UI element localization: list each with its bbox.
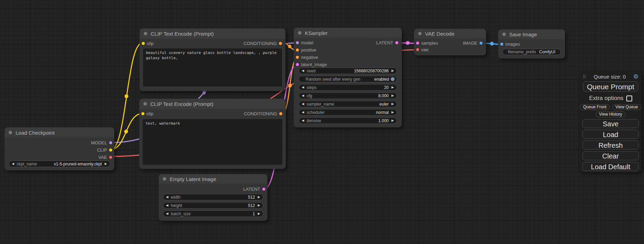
node-title-bar[interactable]: Empty Latent Image [159,174,267,184]
increment-arrow-icon[interactable]: ▶ [104,162,108,165]
input-dot-negative[interactable] [296,56,299,59]
increment-arrow-icon[interactable]: ▶ [257,204,261,207]
view-history-button[interactable]: View History [596,111,625,117]
decrement-arrow-icon[interactable]: ◀ [301,102,305,106]
node-ksampler[interactable]: KSampler model LATENT positive negative … [294,28,402,127]
widget-sampler-name[interactable]: ◀ sampler_name euler ▶ [299,101,397,107]
collapse-dot-icon[interactable] [298,31,301,35]
input-dot-images[interactable] [500,43,503,46]
increment-arrow-icon[interactable]: ▶ [390,102,395,106]
widget-label: ckpt_name [17,162,37,166]
output-dot-conditioning[interactable] [279,42,282,45]
slot-label: CONDITIONING [244,41,277,46]
slot-input-negative: negative [294,54,402,61]
input-dot-clip[interactable] [142,42,145,45]
link-midpoint-dot [125,94,129,98]
save-button[interactable]: Save [582,119,639,128]
widget-seed[interactable]: ◀ seed 156680208700286 ▶ [299,67,397,74]
node-title-bar[interactable]: Save Image [498,29,565,39]
widget-value: ComfyUI [539,49,555,54]
queue-front-button[interactable]: Queue Front [580,104,610,110]
increment-arrow-icon[interactable]: ▶ [390,111,395,114]
queue-prompt-button[interactable]: Queue Prompt [583,81,638,92]
input-dot-latent-image[interactable] [296,63,299,66]
node-title-bar[interactable]: CLIP Text Encode (Prompt) [139,99,286,109]
negative-prompt-textarea[interactable]: text, watermark [143,119,282,165]
node-vae-decode[interactable]: VAE Decode samples IMAGE vae [414,29,486,55]
load-button[interactable]: Load [582,130,639,139]
toggle-dot-icon[interactable] [391,77,395,81]
node-title-bar[interactable]: KSampler [294,28,402,38]
collapse-dot-icon[interactable] [144,32,147,35]
output-dot-clip[interactable] [109,148,112,152]
widget-batch-size[interactable]: ◀ batch_size 1 ▶ [163,210,263,217]
refresh-button[interactable]: Refresh [582,141,639,150]
increment-arrow-icon[interactable]: ▶ [390,69,395,72]
collapse-dot-icon[interactable] [163,177,166,181]
input-dot-clip[interactable] [141,112,144,115]
increment-arrow-icon[interactable]: ▶ [257,212,261,215]
widget-height[interactable]: ◀ height 512 ▶ [163,202,263,209]
node-title-bar[interactable]: Load Checkpoint [5,127,114,138]
slot-label: latent_image [301,62,327,67]
extra-options-checkbox[interactable] [626,96,632,101]
widget-random-seed-toggle[interactable]: Random seed after every gen enabled [299,76,397,82]
widget-steps[interactable]: ◀ steps 20 ▶ [299,84,397,91]
clear-button[interactable]: Clear [582,151,639,160]
collapse-dot-icon[interactable] [418,32,422,35]
slot-label: LATENT [243,187,260,192]
output-dot-conditioning[interactable] [279,112,282,115]
canvas[interactable]: { "colors": { "model": "#ab8fd9", "clip"… [0,0,644,244]
widget-scheduler[interactable]: ◀ scheduler normal ▶ [299,109,397,116]
positive-prompt-textarea[interactable]: beautiful scenery nature glass bottle la… [143,48,282,87]
input-dot-samples[interactable] [416,42,419,45]
decrement-arrow-icon[interactable]: ◀ [301,119,305,122]
decrement-arrow-icon[interactable]: ◀ [11,162,15,165]
link-midpoint-dot [288,45,291,48]
slot-label: samples [421,40,438,46]
increment-arrow-icon[interactable]: ▶ [257,196,261,199]
slot-label: CLIP [97,147,107,153]
output-dot-vae[interactable] [109,156,112,159]
decrement-arrow-icon[interactable]: ◀ [301,86,305,89]
widget-label: cfg [307,93,312,98]
collapse-dot-icon[interactable] [502,33,506,36]
output-dot-model[interactable] [109,141,112,144]
node-clip-text-encode-negative[interactable]: CLIP Text Encode (Prompt) clip CONDITION… [139,99,286,169]
load-default-button[interactable]: Load Default [582,162,639,171]
slot-input-samples: samples [414,40,438,46]
node-empty-latent-image[interactable]: Empty Latent Image LATENT ◀ width 512 ▶ … [159,174,267,221]
input-dot-model[interactable] [296,41,299,44]
node-title-bar[interactable]: CLIP Text Encode (Prompt) [140,28,285,39]
widget-cfg[interactable]: ◀ cfg 8.000 ▶ [299,92,397,99]
widget-ckpt-name[interactable]: ◀ ckpt_name v1-5-pruned-emaonly.ckpt ▶ [9,161,110,167]
widget-denoise[interactable]: ◀ denoise 1.000 ▶ [299,117,397,124]
drag-handle-icon[interactable]: ⠿ [583,74,586,79]
decrement-arrow-icon[interactable]: ◀ [301,111,305,114]
settings-gear-icon[interactable]: ⚙ [633,74,638,80]
decrement-arrow-icon[interactable]: ◀ [165,196,169,199]
node-load-checkpoint[interactable]: Load Checkpoint MODEL CLIP VAE ◀ ckpt_na… [5,127,114,170]
increment-arrow-icon[interactable]: ▶ [390,94,395,97]
decrement-arrow-icon[interactable]: ◀ [301,94,305,97]
collapse-dot-icon[interactable] [9,131,12,134]
node-save-image[interactable]: Save Image images filename_prefix ComfyU… [498,29,565,58]
collapse-dot-icon[interactable] [143,102,147,106]
widget-value: normal [376,110,389,115]
increment-arrow-icon[interactable]: ▶ [390,119,395,122]
node-clip-text-encode-positive[interactable]: CLIP Text Encode (Prompt) clip CONDITION… [140,28,285,91]
input-dot-vae[interactable] [416,48,419,51]
decrement-arrow-icon[interactable]: ◀ [165,204,169,207]
decrement-arrow-icon[interactable]: ◀ [301,69,305,72]
input-dot-positive[interactable] [296,48,299,52]
decrement-arrow-icon[interactable]: ◀ [165,212,169,215]
output-dot-latent[interactable] [395,41,398,44]
output-dot-latent[interactable] [262,188,265,191]
view-queue-button[interactable]: View Queue [612,104,642,110]
output-dot-image[interactable] [479,42,483,45]
increment-arrow-icon[interactable]: ▶ [390,86,395,89]
node-title-bar[interactable]: VAE Decode [414,29,486,38]
widget-width[interactable]: ◀ width 512 ▶ [163,194,263,200]
widget-value: euler [379,102,389,107]
widget-filename-prefix[interactable]: filename_prefix ComfyUI [502,49,561,55]
